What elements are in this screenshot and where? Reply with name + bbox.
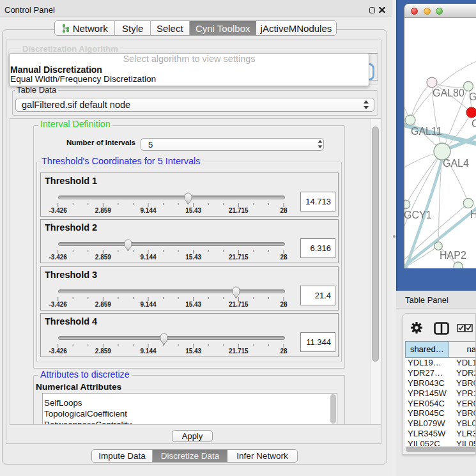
svg-text:GAL11: GAL11 (411, 126, 442, 137)
svg-text:H: H (470, 209, 476, 220)
svg-text:HAP2: HAP2 (440, 250, 466, 261)
svg-text:GAL4: GAL4 (443, 158, 469, 169)
svg-text:GAL80: GAL80 (433, 88, 464, 98)
svg-text:C: C (472, 118, 476, 129)
svg-text:GA: GA (469, 91, 476, 102)
svg-text:GCY1: GCY1 (404, 210, 432, 220)
